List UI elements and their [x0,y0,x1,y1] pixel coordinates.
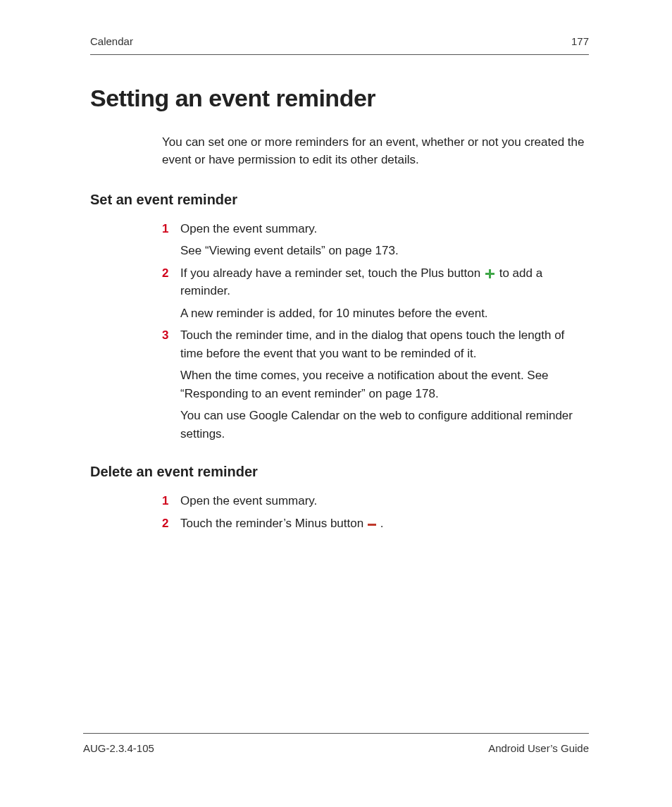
delete-step-1: Open the event summary. [162,492,589,510]
header-section: Calendar [90,34,133,50]
step-text: Open the event summary. [180,220,589,238]
delete-step-2: Touch the reminder’s Minus button . [162,515,589,533]
footer-doc-id: AUG-2.3.4-105 [83,741,154,757]
svg-rect-2 [368,524,376,526]
step-text: If you already have a reminder set, touc… [180,264,589,300]
running-footer: AUG-2.3.4-105 Android User’s Guide [83,733,589,757]
step-text-post: . [380,517,384,530]
section-delete-reminder: Delete an event reminder Open the event … [90,461,589,532]
step-text: When the time comes, you receive a notif… [180,366,589,402]
document-page: Calendar 177 Setting an event reminder Y… [0,0,672,807]
step-text: A new reminder is added, for 10 minutes … [180,304,589,323]
step-text-pre: If you already have a reminder set, touc… [180,266,484,280]
plus-icon [485,269,494,278]
svg-rect-1 [485,273,494,275]
intro-paragraph: You can set one or more reminders for an… [162,133,589,169]
step-2: If you already have a reminder set, touc… [162,264,589,323]
steps-list-delete: Open the event summary. Touch the remind… [162,492,589,532]
running-header: Calendar 177 [90,34,589,55]
step-text: See “Viewing event details” on page 173. [180,242,589,260]
step-3: Touch the reminder time, and in the dial… [162,326,589,443]
header-page-number: 177 [571,34,589,50]
subheading-set: Set an event reminder [90,189,589,210]
step-text: You can use Google Calendar on the web t… [180,407,589,443]
page-title: Setting an event reminder [90,80,589,116]
subheading-delete: Delete an event reminder [90,461,589,482]
minus-icon [368,524,376,526]
step-text-pre: Touch the reminder’s Minus button [180,517,367,530]
step-text: Touch the reminder’s Minus button . [180,515,589,533]
step-text: Touch the reminder time, and in the dial… [180,326,589,362]
steps-list-set: Open the event summary. See “Viewing eve… [162,220,589,443]
step-text: Open the event summary. [180,492,589,510]
footer-guide-name: Android User’s Guide [488,741,589,757]
step-1: Open the event summary. See “Viewing eve… [162,220,589,260]
section-set-reminder: Set an event reminder Open the event sum… [90,189,589,443]
